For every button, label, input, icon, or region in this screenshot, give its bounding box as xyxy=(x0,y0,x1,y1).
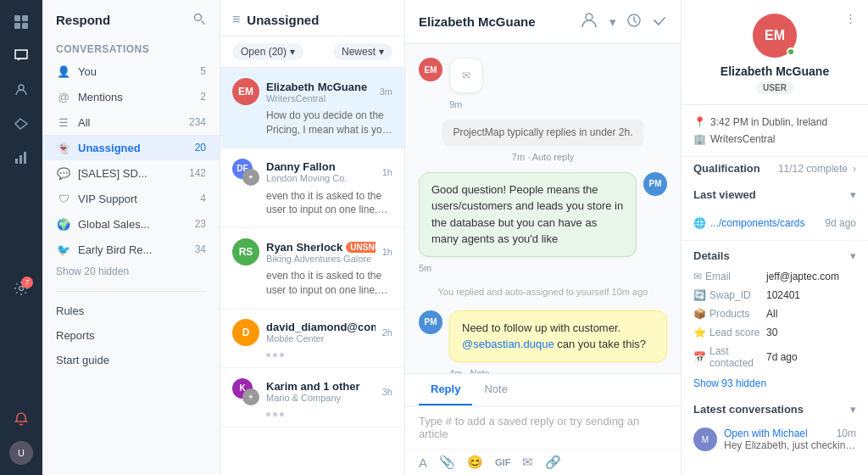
chat-clock-icon[interactable] xyxy=(626,13,642,31)
latest-conv-item-0[interactable]: M Open with Michael 10m Hey Elizabeth, j… xyxy=(682,421,868,458)
auto-reply-bubble-m2: ProjectMap typically replies in under 2h… xyxy=(442,120,643,145)
reply-toolbar: A 📎 😊 GIF ✉ 🔗 xyxy=(405,449,681,475)
conv-list-items: EM Elizabeth McGuane WritersCentral 3m H… xyxy=(220,68,404,475)
sidebar-item-global[interactable]: 🌍 Global Sales... 23 xyxy=(42,211,220,237)
conv-item-elizabeth[interactable]: EM Elizabeth McGuane WritersCentral 3m H… xyxy=(220,68,404,148)
conv-item-name-elizabeth: Elizabeth McGuane xyxy=(266,81,373,93)
rp-detail-row-email: ✉ Email jeff@japtec.com xyxy=(682,267,868,286)
sidebar-guide-link[interactable]: Start guide xyxy=(42,348,220,372)
sidebar-item-mentions[interactable]: @ Mentions 2 xyxy=(42,84,220,109)
sidebar-item-label-unassigned: Unassigned xyxy=(78,142,188,154)
rp-latest-conv-header: Latest conversations ▾ xyxy=(682,394,868,421)
icon-bar-notifications[interactable] xyxy=(8,405,35,433)
icon-bar-logo[interactable] xyxy=(8,8,35,36)
latest-conv-body-0: Open with Michael 10m Hey Elizabeth, jus… xyxy=(724,428,856,451)
msg-content-m1: ✉ 9m xyxy=(449,58,483,109)
icon-bar-reports[interactable] xyxy=(8,144,35,171)
conv-list-filters: Open (20) ▾ Newest ▾ xyxy=(220,36,404,68)
auto-reply-meta-m2: 7m · Auto reply xyxy=(512,152,574,162)
reply-tool-text[interactable]: A xyxy=(419,455,427,470)
filter-sort-btn[interactable]: Newest ▾ xyxy=(333,43,392,60)
reply-tool-email[interactable]: ✉ xyxy=(522,455,533,470)
sidebar-item-early[interactable]: 🐦 Early Bird Re... 34 xyxy=(42,237,220,262)
msg-avatar-m5: PM xyxy=(419,310,442,334)
icon-bar-settings[interactable]: 7 xyxy=(8,275,35,302)
rp-last-viewed-url-row: 🌐 .../components/cards 9d ago xyxy=(693,215,856,232)
reply-tool-emoji[interactable]: 😊 xyxy=(467,455,483,470)
msg-avatar-m3: PM xyxy=(643,172,667,196)
conv-item-preview-elizabeth: How do you decide on the Pricing, I mean… xyxy=(266,109,392,137)
sidebar-show-hidden[interactable]: Show 20 hidden xyxy=(42,262,220,284)
conv-item-danny[interactable]: DF + Danny Fallon London Moving Co. 1h e… xyxy=(220,148,404,229)
chat-messages: EM ✉ 9m ProjectMap typically replies in … xyxy=(405,44,681,373)
sidebar-item-you[interactable]: 👤 You 5 xyxy=(42,59,220,84)
sidebar-item-icon-unassigned: 👻 xyxy=(56,140,71,155)
reply-tool-gif[interactable]: GIF xyxy=(495,457,510,467)
sidebar-item-label-vip: VIP Support xyxy=(78,193,193,205)
sidebar-item-sales[interactable]: 💬 [SALES] SD... 142 xyxy=(42,160,220,186)
conv-item-name-david: david_diamond@comp... xyxy=(266,321,376,333)
conv-item-time-ryan: 1h xyxy=(382,247,392,257)
rp-menu-icon[interactable]: ⋮ xyxy=(845,12,856,25)
sidebar-search-icon[interactable] xyxy=(192,12,206,28)
rp-qual-chevron[interactable]: › xyxy=(853,163,856,175)
sidebar-item-icon-sales: 💬 xyxy=(56,165,71,181)
conv-item-karim[interactable]: K + Karim and 1 other Mario & Company 3h xyxy=(220,368,404,428)
msg-bubble-m3: Good question! People means the users/cu… xyxy=(419,172,637,257)
svg-rect-6 xyxy=(19,155,22,164)
msg-content-m3: Good question! People means the users/cu… xyxy=(419,172,637,273)
conv-item-dots-david xyxy=(266,353,392,357)
latest-conv-avatar-0: M xyxy=(693,428,717,451)
reply-tool-link[interactable]: 🔗 xyxy=(545,455,561,470)
chat-check-icon[interactable] xyxy=(652,13,667,31)
sidebar-item-vip[interactable]: 🛡 VIP Support 4 xyxy=(42,186,220,211)
reply-tab-reply[interactable]: Reply xyxy=(419,374,472,405)
msg-bubble-m1: ✉ xyxy=(449,58,483,93)
svg-point-10 xyxy=(586,14,593,20)
icon-bar-contacts[interactable] xyxy=(8,76,35,103)
reply-input[interactable]: Type # to add a saved reply or try sendi… xyxy=(405,406,681,449)
conv-item-header-danny: DF + Danny Fallon London Moving Co. 1h xyxy=(232,159,392,186)
rp-show-hidden-link[interactable]: Show 93 hidden xyxy=(682,372,868,394)
conv-item-david[interactable]: D david_diamond@comp... Mobile Center 2h xyxy=(220,309,404,368)
msg-meta-m3: 5m xyxy=(419,263,637,273)
rp-details-chevron[interactable]: ▾ xyxy=(850,249,856,262)
filter-sort-chevron: ▾ xyxy=(379,46,384,58)
rp-company-value: WritersCentral xyxy=(710,133,775,145)
sidebar-item-icon-vip: 🛡 xyxy=(56,191,71,206)
latest-conv-time-0: 10m xyxy=(837,428,856,439)
filter-open-btn[interactable]: Open (20) ▾ xyxy=(232,43,303,60)
rp-detail-label-Last contacted: 📅 Last contacted xyxy=(693,345,761,369)
reply-tool-attach[interactable]: 📎 xyxy=(439,455,455,470)
svg-point-4 xyxy=(19,85,24,90)
rp-last-viewed-header: Last viewed ▾ xyxy=(682,180,868,206)
system-msg-m4: You replied and auto-assigned to yoursel… xyxy=(419,283,667,300)
conv-item-header-ryan: RS Ryan Sherlock UNSNOOZED Biking Advent… xyxy=(232,238,392,265)
msg-content-m5: Need to follow up with customer. @sebast… xyxy=(449,310,667,374)
rp-user-badge: USER xyxy=(756,81,793,94)
rp-detail-label-Email: ✉ Email xyxy=(693,271,761,282)
conv-avatar-ryan: RS xyxy=(232,238,259,265)
rp-latest-conv-chevron[interactable]: ▾ xyxy=(850,403,856,416)
sidebar-item-icon-mentions: @ xyxy=(56,89,71,104)
conv-list-menu-icon[interactable]: ≡ xyxy=(232,12,240,27)
chat-chevron-icon[interactable]: ▾ xyxy=(609,14,616,30)
icon-bar-campaigns[interactable] xyxy=(8,110,35,137)
conv-item-sub-danny: London Moving Co. xyxy=(266,173,376,183)
conv-item-ryan[interactable]: RS Ryan Sherlock UNSNOOZED Biking Advent… xyxy=(220,228,404,309)
msg-bubble-m5: Need to follow up with customer. @sebast… xyxy=(449,310,667,362)
sidebar-item-all[interactable]: ☰ All 234 xyxy=(42,109,220,135)
sidebar-item-unassigned[interactable]: 👻 Unassigned 20 xyxy=(42,135,220,160)
rp-detail-value-Email: jeff@japtec.com xyxy=(766,271,839,282)
sidebar-rules-link[interactable]: Rules xyxy=(42,299,220,323)
rp-last-viewed-url[interactable]: .../components/cards xyxy=(710,217,804,229)
chat-avatar-icon[interactable] xyxy=(579,10,599,33)
rp-detail-icon-Email: ✉ xyxy=(693,271,702,282)
rp-last-viewed-chevron[interactable]: ▾ xyxy=(850,188,856,201)
sidebar-reports-link[interactable]: Reports xyxy=(42,323,220,348)
conv-item-name-area-ryan: Ryan Sherlock UNSNOOZED Biking Adventure… xyxy=(266,241,376,264)
icon-bar-avatar[interactable]: U xyxy=(8,439,35,467)
reply-tab-note[interactable]: Note xyxy=(472,374,519,405)
icon-bar-respond[interactable] xyxy=(8,42,35,70)
rp-detail-label-Swap_ID: 🔄 Swap_ID xyxy=(693,289,761,301)
